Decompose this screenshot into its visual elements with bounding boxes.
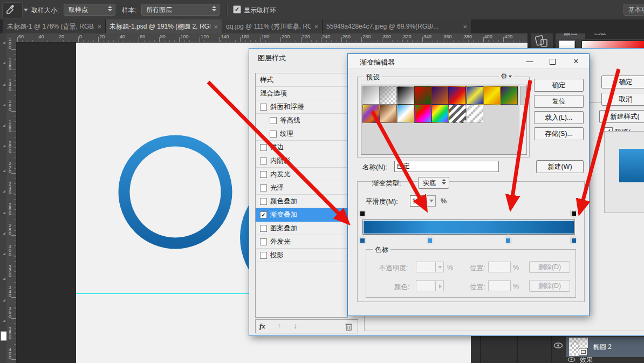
checkbox[interactable] xyxy=(260,144,267,151)
color-swatch-box[interactable] xyxy=(416,280,435,291)
presets-groupbox: 预设 ⚙ xyxy=(357,77,530,157)
gradient-preset-foreground-to-transparent[interactable] xyxy=(380,86,397,105)
visibility-eye-icon[interactable] xyxy=(553,342,563,349)
load-button[interactable]: 载入(L)... xyxy=(534,111,584,124)
color-picker-arrow-button[interactable] xyxy=(435,280,444,291)
checkbox[interactable] xyxy=(270,117,277,124)
gradient-preset-spectrum[interactable] xyxy=(414,105,431,123)
position-input[interactable] xyxy=(488,262,511,272)
layer-style-item-inner-shadow[interactable]: 内阴影 xyxy=(256,154,347,168)
gradient-preset-chrome[interactable] xyxy=(397,105,414,123)
close-icon[interactable]: × xyxy=(566,54,586,69)
layer-style-item-color-overlay[interactable]: 颜色叠加 xyxy=(256,195,347,208)
tab-close-icon[interactable]: × xyxy=(214,23,218,30)
document-tab[interactable]: 未标题-1.psd @ 191% (椭圆 2, RGB/8) *× xyxy=(106,19,222,33)
eyedropper-tool-button[interactable] xyxy=(2,2,23,18)
gradient-preset-gray-stripes[interactable] xyxy=(449,105,466,123)
gear-icon[interactable]: ⚙ xyxy=(499,72,513,80)
checkbox[interactable] xyxy=(270,131,277,138)
fx-icon[interactable]: fx xyxy=(259,322,265,331)
layer-style-item-contour[interactable]: 等高线 xyxy=(256,114,347,127)
gradient-preset-red-to-green[interactable] xyxy=(414,86,431,105)
workspace-button[interactable]: 基本功 xyxy=(624,4,644,16)
gradient-preset-yellow-violet-orange-blue[interactable] xyxy=(362,105,380,123)
tool-caret-icon[interactable] xyxy=(24,9,28,11)
dialog-titlebar[interactable]: 渐变编辑器 — × xyxy=(348,54,589,69)
layer-style-item-texture[interactable]: 纹理 xyxy=(256,127,347,141)
checkbox[interactable] xyxy=(260,171,267,178)
gradient-preset-blue-red-yellow[interactable] xyxy=(449,86,466,105)
layer-name[interactable]: 椭圆 2 xyxy=(593,343,612,352)
scrollbar-thumb[interactable] xyxy=(520,86,526,105)
tab-close-icon[interactable]: × xyxy=(463,23,467,30)
layer-style-item-style[interactable]: 样式 xyxy=(256,73,347,87)
document-tab[interactable]: qq.jpg @ 111% (秀川临摹, RGB/...× xyxy=(222,19,323,33)
sample-size-value: 取样点 xyxy=(68,6,88,13)
layers-panel: 椭圆 2 效果 xyxy=(471,335,644,363)
layer-style-item-stroke[interactable]: 描边 xyxy=(256,141,347,154)
scrollbar[interactable] xyxy=(519,85,526,154)
save-button[interactable]: 存储(S)... xyxy=(534,127,584,140)
tab-close-icon[interactable]: × xyxy=(97,23,101,30)
gradient-preset-orange-yellow-orange[interactable] xyxy=(483,86,501,105)
gradient-preset-blue-yellow-blue[interactable] xyxy=(466,86,483,105)
percent-label: % xyxy=(447,264,453,271)
gradient-preset-transparent-stripes[interactable] xyxy=(466,105,483,123)
gradient-preset-black-to-white[interactable] xyxy=(397,86,414,105)
gradient-bar[interactable] xyxy=(362,220,575,235)
ruler-number: 200 xyxy=(282,34,290,39)
new-style-button[interactable]: 新建样式( xyxy=(599,110,644,123)
checkbox[interactable] xyxy=(260,104,267,111)
checkbox[interactable]: ✓ xyxy=(260,211,267,218)
gradient-preset-transparent-rainbow[interactable] xyxy=(431,105,449,123)
name-input[interactable] xyxy=(394,161,499,172)
smoothness-dropdown-button[interactable] xyxy=(427,195,436,207)
delete-color-button[interactable]: 删除(D) xyxy=(529,280,570,292)
checkbox[interactable] xyxy=(260,252,267,259)
move-up-icon[interactable]: ↑ xyxy=(277,321,281,330)
ok-button[interactable]: 确定 xyxy=(601,76,644,88)
ok-button[interactable]: 确定 xyxy=(534,79,584,92)
color-panel-icon[interactable] xyxy=(535,35,549,49)
move-down-icon[interactable]: ↓ xyxy=(293,321,297,330)
checkbox[interactable] xyxy=(260,184,267,191)
maximize-icon[interactable] xyxy=(542,54,563,69)
layer-style-item-drop-shadow[interactable]: 投影 xyxy=(256,249,347,262)
layer-style-item-satin[interactable]: 光泽 xyxy=(256,181,347,195)
gradient-preset-foreground-to-background[interactable] xyxy=(362,86,380,105)
layer-style-item-outer-glow[interactable]: 外发光 xyxy=(256,235,347,249)
gradient-preset-violet-green-orange[interactable] xyxy=(501,86,518,105)
minimize-icon[interactable]: — xyxy=(519,54,540,69)
sample-dropdown[interactable]: 所有图层 xyxy=(141,4,220,16)
gradient-preset-copper[interactable] xyxy=(380,105,397,123)
checkbox[interactable] xyxy=(260,198,267,205)
document-tab[interactable]: 55949a428e4c7.jpeg @ 69.9%(RGB/...× xyxy=(323,19,471,33)
delete-opacity-button[interactable]: 删除(D) xyxy=(529,261,570,273)
sample-size-dropdown[interactable]: 取样点 xyxy=(64,4,115,16)
gradient-editor-dialog: 渐变编辑器 — × 预设 ⚙ 确定 复位 载入(L)... 存储(S)... 名… xyxy=(348,54,589,316)
layer-style-item-inner-glow[interactable]: 内发光 xyxy=(256,168,347,181)
document-tab[interactable]: 未标题-1 @ 176% (背景, RGB/...× xyxy=(3,19,106,33)
effects-label[interactable]: 效果 xyxy=(580,355,593,363)
gradient-preset-violet-to-orange[interactable] xyxy=(431,86,449,105)
checkbox[interactable] xyxy=(260,157,267,165)
gradient-type-dropdown[interactable]: 实底 xyxy=(418,177,449,189)
position-input[interactable] xyxy=(488,280,511,291)
opacity-dropdown-button[interactable] xyxy=(435,262,444,272)
checkbox[interactable] xyxy=(260,238,267,245)
opacity-input[interactable] xyxy=(416,262,435,272)
tab-close-icon[interactable]: × xyxy=(314,23,318,30)
layer-style-item-bevel-emboss[interactable]: 斜面和浮雕 xyxy=(256,100,347,114)
reset-button[interactable]: 复位 xyxy=(534,95,584,108)
layer-thumbnail[interactable] xyxy=(569,338,588,356)
smoothness-input[interactable] xyxy=(410,195,426,207)
show-ring-checkbox[interactable]: ✓ xyxy=(233,5,241,13)
effects-eye-icon[interactable] xyxy=(567,357,576,362)
trash-icon[interactable] xyxy=(345,323,352,331)
layer-style-item-gradient-overlay[interactable]: ✓渐变叠加 xyxy=(256,208,347,222)
checkbox[interactable] xyxy=(260,225,267,232)
layer-style-item-blending-options[interactable]: 混合选项 xyxy=(256,87,347,100)
new-gradient-button[interactable]: 新建(W) xyxy=(536,160,584,173)
layer-style-item-pattern-overlay[interactable]: 图案叠加 xyxy=(256,222,347,235)
cancel-button[interactable]: 取消 xyxy=(601,93,644,106)
